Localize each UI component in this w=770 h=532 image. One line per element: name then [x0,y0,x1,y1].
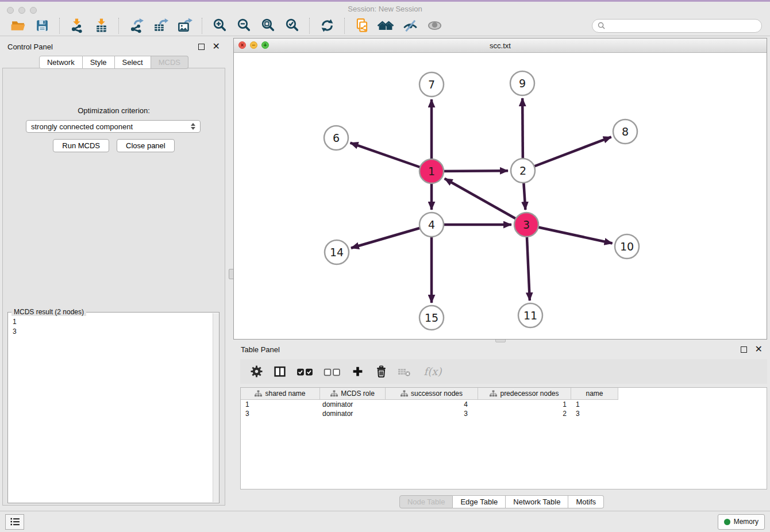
graph-node-6[interactable]: 6 [324,126,348,150]
tab-select[interactable]: Select [115,56,151,69]
cell-predecessor-nodes[interactable]: 2 [478,410,571,418]
deselect-all-button[interactable] [324,365,341,379]
export-network-button[interactable] [127,17,145,34]
table-tab-motifs[interactable]: Motifs [568,495,604,508]
first-neighbors-button[interactable] [377,17,395,34]
delete-row-button[interactable] [374,365,388,379]
cell-successor-nodes[interactable]: 3 [386,410,478,418]
mcds-result-item: 1 [13,317,209,327]
save-session-button[interactable] [33,17,51,34]
app-close-button[interactable] [7,7,14,14]
search-input[interactable] [609,21,756,30]
split-columns-button[interactable] [273,365,287,379]
zoom-selected-button[interactable] [283,17,301,34]
graph-node-14[interactable]: 14 [325,240,349,264]
gear-icon [251,365,263,377]
cell-name[interactable]: 1 [571,400,618,408]
close-panel-button[interactable]: Close panel [117,139,175,152]
edge-3-10[interactable] [526,225,613,243]
network-minimize-button[interactable]: − [250,41,257,49]
graph-node-1[interactable]: 1 [419,159,444,183]
zoom-in-icon [212,18,228,33]
table-tab-node-table[interactable]: Node Table [399,495,453,508]
tab-style[interactable]: Style [83,56,115,69]
cell-name[interactable]: 3 [571,410,618,418]
cell-shared-name[interactable]: 3 [241,410,320,418]
float-panel-icon[interactable] [198,44,205,50]
add-row-button[interactable] [351,365,364,379]
network-window-controls[interactable]: × − + [238,41,269,49]
criterion-select[interactable]: strongly connected component [26,120,201,133]
network-window-titlebar[interactable]: × − + scc.txt [234,38,767,53]
tab-mcds[interactable]: MCDS [151,56,188,69]
network-window-title: scc.txt [490,41,511,50]
mcds-result-list[interactable]: 13 [8,314,213,503]
network-close-button[interactable]: × [238,41,246,49]
export-table-button[interactable] [151,17,170,34]
graph-node-3[interactable]: 3 [514,213,538,237]
checked-boxes-icon [297,367,314,377]
cell-shared-name[interactable]: 1 [241,400,320,408]
column-header-shared-name[interactable]: shared name [241,388,320,399]
import-table-button[interactable] [92,17,110,34]
column-header-successor-nodes[interactable]: successor nodes [386,388,478,399]
cell-predecessor-nodes[interactable]: 1 [478,400,571,408]
close-panel-icon[interactable]: ✕ [213,43,220,51]
table-row[interactable]: 3dominator323 [241,409,767,418]
edge-2-8[interactable] [523,137,611,171]
export-image-button[interactable] [175,17,194,34]
delete-table-button[interactable] [398,365,411,379]
zoom-in-button[interactable] [210,17,229,34]
table-settings-button[interactable] [249,365,263,379]
app-window-controls[interactable] [7,7,37,14]
app-zoom-button[interactable] [30,7,37,14]
network-canvas[interactable]: 7968124314101511 [234,52,767,339]
hide-graphics-details-button[interactable] [401,17,419,34]
table-tab-network-table[interactable]: Network Table [506,495,568,508]
float-table-panel-icon[interactable] [741,346,747,353]
cell-successor-nodes[interactable]: 4 [386,400,478,408]
show-graphics-details-button[interactable] [425,17,444,34]
graph-node-7[interactable]: 7 [419,72,444,97]
cell-MCDS-role[interactable]: dominator [320,410,386,418]
cell-MCDS-role[interactable]: dominator [320,400,386,408]
svg-text:7: 7 [428,78,435,91]
plus-icon [352,365,364,377]
graph-node-9[interactable]: 9 [510,71,534,95]
open-session-button[interactable] [9,17,27,34]
unchecked-boxes-icon [324,367,341,377]
graph-node-11[interactable]: 11 [518,303,542,327]
column-header-MCDS-role[interactable]: MCDS role [320,388,386,399]
memory-button[interactable]: Memory [718,514,765,530]
graph-node-4[interactable]: 4 [419,213,444,237]
column-label: name [586,390,603,398]
app-minimize-button[interactable] [18,7,25,14]
network-maximize-button[interactable]: + [261,41,269,49]
result-scrollbar[interactable] [213,313,219,502]
column-label: predecessor nodes [500,390,559,398]
column-header-name[interactable]: name [571,388,618,399]
table-tab-edge-table[interactable]: Edge Table [453,495,506,508]
refresh-button[interactable] [318,17,336,34]
select-all-button[interactable] [297,365,314,379]
graph-node-2[interactable]: 2 [511,159,535,183]
copy-network-view-button[interactable] [353,17,371,34]
zoom-fit-button[interactable] [259,17,277,34]
column-header-predecessor-nodes[interactable]: predecessor nodes [478,388,571,399]
table-row[interactable]: 1dominator411 [241,400,767,409]
graph-node-8[interactable]: 8 [613,119,637,144]
graph-node-15[interactable]: 15 [419,306,444,330]
search-box[interactable] [592,19,762,33]
graph-node-10[interactable]: 10 [615,234,639,259]
edge-3-1[interactable] [445,179,526,225]
table-panel-title: Table Panel [241,345,280,354]
run-mcds-button[interactable]: Run MCDS [53,139,109,152]
tab-network[interactable]: Network [39,56,83,69]
close-table-panel-icon[interactable]: ✕ [755,345,763,353]
edge-1-6[interactable] [351,143,432,171]
toolbar-separator [344,18,345,34]
task-history-button[interactable] [5,514,24,530]
zoom-out-button[interactable] [234,17,253,34]
function-builder-button[interactable]: f(x) [421,365,444,379]
import-network-button[interactable] [68,17,86,34]
